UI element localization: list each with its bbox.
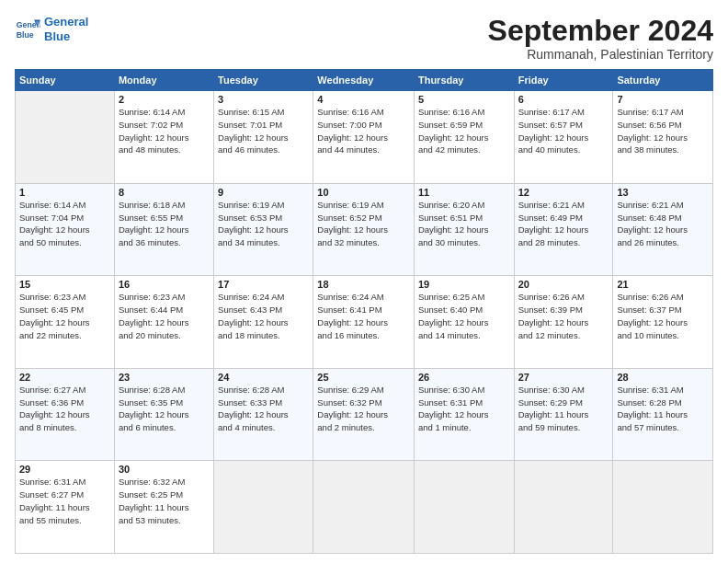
calendar-table: SundayMondayTuesdayWednesdayThursdayFrid… (15, 69, 713, 554)
day-number: 27 (518, 372, 609, 383)
day-detail: Sunrise: 6:31 AMSunset: 6:27 PMDaylight:… (19, 477, 90, 524)
day-number: 22 (19, 372, 110, 383)
day-number: 5 (418, 94, 510, 105)
weekday-header: Monday (114, 70, 213, 91)
logo-text: General Blue (44, 15, 88, 43)
day-number: 2 (119, 94, 210, 105)
calendar-cell: 10Sunrise: 6:19 AMSunset: 6:52 PMDayligh… (313, 183, 415, 276)
calendar-cell (214, 461, 313, 554)
calendar-cell: 26Sunrise: 6:30 AMSunset: 6:31 PMDayligh… (414, 368, 514, 461)
page: General Blue General Blue September 2024… (0, 0, 728, 563)
calendar-row: 1Sunrise: 6:14 AMSunset: 7:04 PMDaylight… (16, 183, 713, 276)
day-number: 6 (518, 94, 609, 105)
calendar-cell: 6Sunrise: 6:17 AMSunset: 6:57 PMDaylight… (514, 91, 613, 184)
calendar-cell (613, 461, 713, 554)
day-number: 28 (617, 372, 709, 383)
day-detail: Sunrise: 6:30 AMSunset: 6:29 PMDaylight:… (518, 385, 589, 432)
day-detail: Sunrise: 6:20 AMSunset: 6:51 PMDaylight:… (418, 200, 489, 247)
day-number: 15 (19, 279, 110, 290)
day-number: 16 (119, 279, 210, 290)
calendar-cell: 30Sunrise: 6:32 AMSunset: 6:25 PMDayligh… (114, 461, 213, 554)
day-detail: Sunrise: 6:30 AMSunset: 6:31 PMDaylight:… (418, 385, 489, 432)
day-detail: Sunrise: 6:23 AMSunset: 6:44 PMDaylight:… (119, 292, 189, 339)
day-detail: Sunrise: 6:23 AMSunset: 6:45 PMDaylight:… (19, 292, 90, 339)
calendar-cell: 7Sunrise: 6:17 AMSunset: 6:56 PMDaylight… (613, 91, 713, 184)
weekday-header: Thursday (414, 70, 514, 91)
calendar-cell: 27Sunrise: 6:30 AMSunset: 6:29 PMDayligh… (514, 368, 613, 461)
day-detail: Sunrise: 6:16 AMSunset: 7:00 PMDaylight:… (317, 107, 388, 155)
calendar-cell: 23Sunrise: 6:28 AMSunset: 6:35 PMDayligh… (114, 368, 213, 461)
day-detail: Sunrise: 6:29 AMSunset: 6:32 PMDaylight:… (317, 385, 388, 432)
day-detail: Sunrise: 6:28 AMSunset: 6:35 PMDaylight:… (119, 385, 189, 432)
calendar-cell: 5Sunrise: 6:16 AMSunset: 6:59 PMDaylight… (414, 91, 514, 184)
calendar-header-row: SundayMondayTuesdayWednesdayThursdayFrid… (16, 70, 713, 91)
day-detail: Sunrise: 6:14 AMSunset: 7:02 PMDaylight:… (119, 107, 189, 155)
day-number: 7 (617, 94, 709, 105)
day-detail: Sunrise: 6:25 AMSunset: 6:40 PMDaylight:… (418, 292, 489, 339)
day-detail: Sunrise: 6:21 AMSunset: 6:49 PMDaylight:… (518, 200, 589, 247)
calendar-cell: 20Sunrise: 6:26 AMSunset: 6:39 PMDayligh… (514, 276, 613, 369)
day-number: 21 (617, 279, 709, 290)
day-detail: Sunrise: 6:18 AMSunset: 6:55 PMDaylight:… (119, 200, 189, 247)
calendar-cell: 28Sunrise: 6:31 AMSunset: 6:28 PMDayligh… (613, 368, 713, 461)
day-detail: Sunrise: 6:31 AMSunset: 6:28 PMDaylight:… (617, 385, 688, 432)
day-number: 1 (19, 187, 110, 198)
calendar-cell: 15Sunrise: 6:23 AMSunset: 6:45 PMDayligh… (16, 276, 115, 369)
day-detail: Sunrise: 6:14 AMSunset: 7:04 PMDaylight:… (19, 200, 90, 247)
calendar-cell: 29Sunrise: 6:31 AMSunset: 6:27 PMDayligh… (16, 461, 115, 554)
day-number: 26 (418, 372, 510, 383)
day-number: 10 (317, 187, 410, 198)
day-number: 19 (418, 279, 510, 290)
day-number: 18 (317, 279, 410, 290)
day-detail: Sunrise: 6:15 AMSunset: 7:01 PMDaylight:… (218, 107, 289, 155)
svg-text:Blue: Blue (17, 29, 34, 39)
calendar-cell (16, 91, 115, 184)
calendar-cell: 4Sunrise: 6:16 AMSunset: 7:00 PMDaylight… (313, 91, 415, 184)
weekday-header: Tuesday (214, 70, 313, 91)
day-detail: Sunrise: 6:32 AMSunset: 6:25 PMDaylight:… (119, 477, 189, 524)
logo-icon: General Blue (15, 17, 40, 42)
calendar-row: 29Sunrise: 6:31 AMSunset: 6:27 PMDayligh… (16, 461, 713, 554)
calendar-cell: 25Sunrise: 6:29 AMSunset: 6:32 PMDayligh… (313, 368, 415, 461)
title-block: September 2024 Rummanah, Palestinian Ter… (488, 15, 713, 62)
calendar-cell: 11Sunrise: 6:20 AMSunset: 6:51 PMDayligh… (414, 183, 514, 276)
weekday-header: Saturday (613, 70, 713, 91)
calendar-cell: 1Sunrise: 6:14 AMSunset: 7:04 PMDaylight… (16, 183, 115, 276)
weekday-header: Wednesday (313, 70, 415, 91)
calendar-cell: 3Sunrise: 6:15 AMSunset: 7:01 PMDaylight… (214, 91, 313, 184)
calendar-cell: 16Sunrise: 6:23 AMSunset: 6:44 PMDayligh… (114, 276, 213, 369)
calendar-cell: 18Sunrise: 6:24 AMSunset: 6:41 PMDayligh… (313, 276, 415, 369)
day-number: 4 (317, 94, 410, 105)
calendar-title: September 2024 (488, 15, 713, 47)
calendar-cell (414, 461, 514, 554)
calendar-cell: 9Sunrise: 6:19 AMSunset: 6:53 PMDaylight… (214, 183, 313, 276)
day-detail: Sunrise: 6:26 AMSunset: 6:39 PMDaylight:… (518, 292, 589, 339)
day-detail: Sunrise: 6:21 AMSunset: 6:48 PMDaylight:… (617, 200, 688, 247)
calendar-cell: 24Sunrise: 6:28 AMSunset: 6:33 PMDayligh… (214, 368, 313, 461)
day-detail: Sunrise: 6:16 AMSunset: 6:59 PMDaylight:… (418, 107, 489, 155)
weekday-header: Sunday (16, 70, 115, 91)
day-detail: Sunrise: 6:17 AMSunset: 6:57 PMDaylight:… (518, 107, 589, 155)
day-number: 12 (518, 187, 609, 198)
calendar-cell: 21Sunrise: 6:26 AMSunset: 6:37 PMDayligh… (613, 276, 713, 369)
calendar-subtitle: Rummanah, Palestinian Territory (488, 47, 713, 62)
calendar-cell: 2Sunrise: 6:14 AMSunset: 7:02 PMDaylight… (114, 91, 213, 184)
calendar-row: 15Sunrise: 6:23 AMSunset: 6:45 PMDayligh… (16, 276, 713, 369)
day-detail: Sunrise: 6:28 AMSunset: 6:33 PMDaylight:… (218, 385, 289, 432)
calendar-cell: 19Sunrise: 6:25 AMSunset: 6:40 PMDayligh… (414, 276, 514, 369)
day-detail: Sunrise: 6:26 AMSunset: 6:37 PMDaylight:… (617, 292, 688, 339)
calendar-cell (514, 461, 613, 554)
day-number: 13 (617, 187, 709, 198)
day-number: 3 (218, 94, 309, 105)
weekday-header: Friday (514, 70, 613, 91)
day-number: 9 (218, 187, 309, 198)
day-number: 8 (119, 187, 210, 198)
day-number: 24 (218, 372, 309, 383)
day-detail: Sunrise: 6:17 AMSunset: 6:56 PMDaylight:… (617, 107, 688, 155)
day-detail: Sunrise: 6:27 AMSunset: 6:36 PMDaylight:… (19, 385, 90, 432)
day-number: 20 (518, 279, 609, 290)
day-number: 25 (317, 372, 410, 383)
day-number: 29 (19, 464, 110, 475)
day-detail: Sunrise: 6:19 AMSunset: 6:52 PMDaylight:… (317, 200, 388, 247)
calendar-cell (313, 461, 415, 554)
